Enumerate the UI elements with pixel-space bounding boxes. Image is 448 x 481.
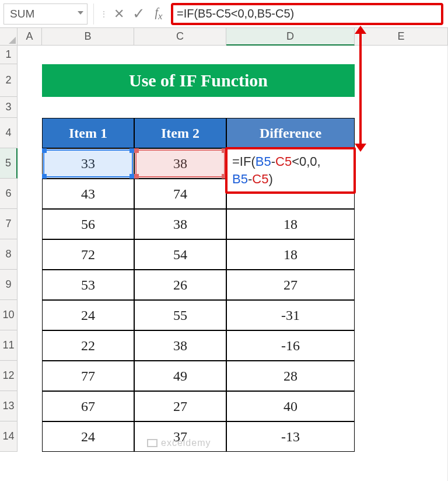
- formula-input[interactable]: =IF(B5-C5<0,0,B5-C5): [171, 3, 443, 25]
- cell-B14[interactable]: 24: [42, 421, 134, 452]
- handle-icon[interactable]: [134, 174, 139, 179]
- ref-highlight-C5: [135, 149, 225, 177]
- val-C11: 38: [173, 338, 187, 354]
- cancel-icon[interactable]: ✕: [109, 6, 129, 22]
- row-headers: 1 2 3 4 5 6 7 8 9 10 11 12 13 14: [0, 46, 18, 452]
- title-banner: Use of IF Function: [42, 64, 355, 97]
- cell-B13[interactable]: 67: [42, 391, 134, 421]
- tok-eq: =: [232, 154, 240, 169]
- callout-arrow-v: [359, 28, 362, 146]
- val-D14: -13: [281, 429, 300, 445]
- cell-D13[interactable]: 40: [226, 391, 355, 421]
- cell-B6[interactable]: 43: [42, 179, 134, 209]
- col-D[interactable]: D: [226, 28, 355, 46]
- row-4[interactable]: 4: [0, 118, 18, 148]
- tok-close: ): [268, 172, 272, 186]
- val-D9: 27: [284, 277, 298, 293]
- col-C[interactable]: C: [134, 28, 226, 46]
- row-9[interactable]: 9: [0, 270, 18, 300]
- header-difference: Difference: [226, 118, 355, 148]
- callout-arrowhead-up-icon: [355, 26, 366, 34]
- name-box[interactable]: SUM: [4, 4, 88, 25]
- tok-lt: <0,0,: [292, 154, 321, 169]
- val-B14: 24: [81, 429, 95, 445]
- col-B[interactable]: B: [42, 28, 134, 46]
- cell-D12[interactable]: 28: [226, 361, 355, 391]
- handle-icon[interactable]: [42, 174, 47, 179]
- row-7[interactable]: 7: [0, 209, 18, 239]
- title-text: Use of IF Function: [129, 71, 268, 90]
- cell-B11[interactable]: 22: [42, 330, 134, 361]
- val-B6: 43: [81, 186, 95, 202]
- cell-C11[interactable]: 38: [134, 330, 226, 361]
- fx-icon[interactable]: fx: [149, 6, 169, 22]
- val-C9: 26: [173, 277, 187, 293]
- cell-C7[interactable]: 38: [134, 209, 226, 239]
- val-C6: 74: [173, 186, 187, 202]
- val-D12: 28: [284, 368, 298, 384]
- cell-B12[interactable]: 77: [42, 361, 134, 391]
- separator: [93, 4, 94, 25]
- handle-icon[interactable]: [130, 174, 134, 179]
- row-12[interactable]: 12: [0, 361, 18, 391]
- handle-icon[interactable]: [134, 148, 139, 153]
- tok-b5b: B5: [232, 172, 248, 186]
- col-E[interactable]: E: [355, 28, 448, 46]
- row-10[interactable]: 10: [0, 300, 18, 330]
- val-D13: 40: [284, 399, 298, 414]
- val-D8: 18: [284, 247, 298, 263]
- cell-D11[interactable]: -16: [226, 330, 355, 361]
- cell-B10[interactable]: 24: [42, 300, 134, 330]
- tok-open: (: [251, 154, 255, 169]
- val-B12: 77: [81, 368, 95, 384]
- formula-bar: SUM ⋮ ✕ ✓ fx =IF(B5-C5<0,0,B5-C5): [0, 0, 448, 28]
- cell-B7[interactable]: 56: [42, 209, 134, 239]
- val-D10: -31: [281, 308, 300, 323]
- more-icon: ⋮: [100, 9, 109, 19]
- tok-if: IF: [240, 154, 251, 169]
- row-14[interactable]: 14: [0, 421, 18, 452]
- cell-B8[interactable]: 72: [42, 239, 134, 270]
- name-box-dropdown-icon[interactable]: [78, 11, 83, 15]
- cell-C12[interactable]: 49: [134, 361, 226, 391]
- cell-D9[interactable]: 27: [226, 270, 355, 300]
- header-item1-text: Item 1: [69, 126, 107, 141]
- handle-icon[interactable]: [42, 148, 47, 153]
- row-11[interactable]: 11: [0, 330, 18, 361]
- cell-C13[interactable]: 27: [134, 391, 226, 421]
- val-C8: 54: [173, 247, 187, 263]
- val-B9: 53: [81, 277, 95, 293]
- cell-D14[interactable]: -13: [226, 421, 355, 452]
- val-B7: 56: [81, 217, 95, 232]
- row-13[interactable]: 13: [0, 391, 18, 421]
- tok-min1: -: [271, 154, 275, 169]
- header-item1: Item 1: [42, 118, 134, 148]
- cell-B9[interactable]: 53: [42, 270, 134, 300]
- row-1[interactable]: 1: [0, 46, 18, 64]
- row-2[interactable]: 2: [0, 64, 18, 97]
- enter-icon[interactable]: ✓: [129, 5, 149, 23]
- select-all-corner[interactable]: [0, 28, 18, 46]
- row-6[interactable]: 6: [0, 179, 18, 209]
- cell-D7[interactable]: 18: [226, 209, 355, 239]
- cell-D8[interactable]: 18: [226, 239, 355, 270]
- cell-C14[interactable]: 37: [134, 421, 226, 452]
- row-3[interactable]: 3: [0, 97, 18, 118]
- cell-C8[interactable]: 54: [134, 239, 226, 270]
- cell-C6[interactable]: 74: [134, 179, 226, 209]
- val-D11: -16: [281, 338, 300, 354]
- cell-D10[interactable]: -31: [226, 300, 355, 330]
- row-5[interactable]: 5: [0, 148, 18, 179]
- cell-editor-D5[interactable]: =IF(B5-C5<0,0, B5-C5): [225, 147, 356, 194]
- val-B8: 72: [81, 247, 95, 263]
- row-8[interactable]: 8: [0, 239, 18, 270]
- val-C13: 27: [173, 399, 187, 414]
- ref-highlight-B5: [43, 149, 133, 177]
- cell-C9[interactable]: 26: [134, 270, 226, 300]
- col-A[interactable]: A: [18, 28, 42, 46]
- cell-C10[interactable]: 55: [134, 300, 226, 330]
- handle-icon[interactable]: [130, 148, 134, 153]
- tok-c5a: C5: [275, 154, 292, 169]
- header-item2: Item 2: [134, 118, 226, 148]
- val-C7: 38: [173, 217, 187, 232]
